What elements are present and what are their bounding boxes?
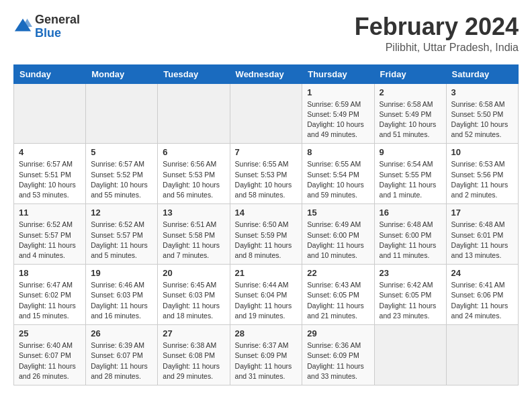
- calendar-cell: [158, 83, 230, 144]
- day-number: 16: [380, 208, 441, 218]
- day-detail: Sunrise: 6:46 AMSunset: 6:03 PMDaylight:…: [91, 280, 152, 321]
- calendar-cell: [86, 83, 158, 144]
- day-number: 11: [19, 208, 81, 218]
- logo: General Blue: [13, 13, 80, 40]
- week-row-1: 1Sunrise: 6:59 AMSunset: 5:49 PMDaylight…: [14, 83, 519, 144]
- calendar-cell: 28Sunrise: 6:37 AMSunset: 6:09 PMDayligh…: [230, 325, 302, 385]
- logo-text: General Blue: [35, 13, 80, 40]
- day-number: 4: [19, 147, 81, 157]
- calendar-cell: 8Sunrise: 6:55 AMSunset: 5:54 PMDaylight…: [302, 144, 374, 204]
- title-block: February 2024 Pilibhit, Uttar Pradesh, I…: [355, 13, 519, 54]
- day-number: 18: [19, 268, 81, 278]
- day-detail: Sunrise: 6:49 AMSunset: 6:00 PMDaylight:…: [307, 220, 369, 261]
- day-number: 20: [163, 268, 224, 278]
- day-detail: Sunrise: 6:48 AMSunset: 6:00 PMDaylight:…: [380, 220, 441, 261]
- calendar-cell: 13Sunrise: 6:51 AMSunset: 5:58 PMDayligh…: [158, 204, 230, 265]
- calendar-cell: 23Sunrise: 6:42 AMSunset: 6:05 PMDayligh…: [374, 265, 446, 325]
- day-number: 13: [163, 208, 224, 218]
- day-number: 17: [451, 208, 513, 218]
- header-day-friday: Friday: [374, 64, 446, 83]
- day-number: 27: [163, 328, 224, 338]
- calendar-cell: 21Sunrise: 6:44 AMSunset: 6:04 PMDayligh…: [230, 265, 302, 325]
- day-number: 29: [307, 328, 369, 338]
- location-subtitle: Pilibhit, Uttar Pradesh, India: [355, 42, 519, 54]
- day-number: 9: [380, 147, 441, 157]
- day-detail: Sunrise: 6:44 AMSunset: 6:04 PMDaylight:…: [235, 280, 298, 321]
- day-detail: Sunrise: 6:55 AMSunset: 5:54 PMDaylight:…: [307, 159, 369, 200]
- header-day-monday: Monday: [86, 64, 158, 83]
- day-detail: Sunrise: 6:43 AMSunset: 6:05 PMDaylight:…: [307, 280, 369, 321]
- day-number: 1: [307, 87, 369, 97]
- day-detail: Sunrise: 6:58 AMSunset: 5:50 PMDaylight:…: [451, 99, 513, 140]
- calendar-cell: 19Sunrise: 6:46 AMSunset: 6:03 PMDayligh…: [86, 265, 158, 325]
- calendar-cell: 27Sunrise: 6:38 AMSunset: 6:08 PMDayligh…: [158, 325, 230, 385]
- calendar-cell: 14Sunrise: 6:50 AMSunset: 5:59 PMDayligh…: [230, 204, 302, 265]
- calendar-cell: 4Sunrise: 6:57 AMSunset: 5:51 PMDaylight…: [14, 144, 86, 204]
- day-number: 7: [235, 147, 298, 157]
- day-number: 23: [380, 268, 441, 278]
- calendar-cell: 16Sunrise: 6:48 AMSunset: 6:00 PMDayligh…: [374, 204, 446, 265]
- day-number: 12: [91, 208, 152, 218]
- day-number: 8: [307, 147, 369, 157]
- calendar-cell: 29Sunrise: 6:36 AMSunset: 6:09 PMDayligh…: [302, 325, 374, 385]
- calendar-cell: 6Sunrise: 6:56 AMSunset: 5:53 PMDaylight…: [158, 144, 230, 204]
- day-detail: Sunrise: 6:39 AMSunset: 6:07 PMDaylight:…: [91, 340, 152, 381]
- day-detail: Sunrise: 6:40 AMSunset: 6:07 PMDaylight:…: [19, 340, 81, 381]
- day-number: 28: [235, 328, 298, 338]
- calendar-cell: [14, 83, 86, 144]
- week-row-2: 4Sunrise: 6:57 AMSunset: 5:51 PMDaylight…: [14, 144, 519, 204]
- calendar-header: SundayMondayTuesdayWednesdayThursdayFrid…: [14, 64, 519, 83]
- day-detail: Sunrise: 6:57 AMSunset: 5:51 PMDaylight:…: [19, 159, 81, 200]
- day-detail: Sunrise: 6:54 AMSunset: 5:55 PMDaylight:…: [380, 159, 441, 200]
- header-day-thursday: Thursday: [302, 64, 374, 83]
- calendar-cell: 25Sunrise: 6:40 AMSunset: 6:07 PMDayligh…: [14, 325, 86, 385]
- day-detail: Sunrise: 6:58 AMSunset: 5:49 PMDaylight:…: [380, 99, 441, 140]
- calendar-cell: 1Sunrise: 6:59 AMSunset: 5:49 PMDaylight…: [302, 83, 374, 144]
- calendar-cell: 2Sunrise: 6:58 AMSunset: 5:49 PMDaylight…: [374, 83, 446, 144]
- month-year-title: February 2024: [355, 13, 519, 40]
- page-header: General Blue February 2024 Pilibhit, Utt…: [13, 13, 519, 54]
- calendar-cell: 20Sunrise: 6:45 AMSunset: 6:03 PMDayligh…: [158, 265, 230, 325]
- calendar-cell: 7Sunrise: 6:55 AMSunset: 5:53 PMDaylight…: [230, 144, 302, 204]
- calendar-cell: 15Sunrise: 6:49 AMSunset: 6:00 PMDayligh…: [302, 204, 374, 265]
- calendar-cell: 12Sunrise: 6:52 AMSunset: 5:57 PMDayligh…: [86, 204, 158, 265]
- day-number: 21: [235, 268, 298, 278]
- day-detail: Sunrise: 6:52 AMSunset: 5:57 PMDaylight:…: [91, 220, 152, 261]
- calendar-cell: 11Sunrise: 6:52 AMSunset: 5:57 PMDayligh…: [14, 204, 86, 265]
- day-detail: Sunrise: 6:55 AMSunset: 5:53 PMDaylight:…: [235, 159, 298, 200]
- day-detail: Sunrise: 6:59 AMSunset: 5:49 PMDaylight:…: [307, 99, 369, 140]
- day-detail: Sunrise: 6:57 AMSunset: 5:52 PMDaylight:…: [91, 159, 152, 200]
- day-detail: Sunrise: 6:47 AMSunset: 6:02 PMDaylight:…: [19, 280, 81, 321]
- day-number: 26: [91, 328, 152, 338]
- calendar-cell: 3Sunrise: 6:58 AMSunset: 5:50 PMDaylight…: [446, 83, 518, 144]
- day-number: 6: [163, 147, 224, 157]
- day-detail: Sunrise: 6:48 AMSunset: 6:01 PMDaylight:…: [451, 220, 513, 261]
- day-detail: Sunrise: 6:37 AMSunset: 6:09 PMDaylight:…: [235, 340, 298, 381]
- day-number: 25: [19, 328, 81, 338]
- day-number: 15: [307, 208, 369, 218]
- day-detail: Sunrise: 6:41 AMSunset: 6:06 PMDaylight:…: [451, 280, 513, 321]
- calendar-cell: 24Sunrise: 6:41 AMSunset: 6:06 PMDayligh…: [446, 265, 518, 325]
- week-row-5: 25Sunrise: 6:40 AMSunset: 6:07 PMDayligh…: [14, 325, 519, 385]
- header-row: SundayMondayTuesdayWednesdayThursdayFrid…: [14, 64, 519, 83]
- day-number: 24: [451, 268, 513, 278]
- day-detail: Sunrise: 6:50 AMSunset: 5:59 PMDaylight:…: [235, 220, 298, 261]
- day-number: 14: [235, 208, 298, 218]
- day-number: 3: [451, 87, 513, 97]
- day-detail: Sunrise: 6:38 AMSunset: 6:08 PMDaylight:…: [163, 340, 224, 381]
- day-number: 10: [451, 147, 513, 157]
- calendar-cell: 18Sunrise: 6:47 AMSunset: 6:02 PMDayligh…: [14, 265, 86, 325]
- day-number: 19: [91, 268, 152, 278]
- calendar-table: SundayMondayTuesdayWednesdayThursdayFrid…: [13, 64, 519, 385]
- calendar-cell: [230, 83, 302, 144]
- calendar-cell: [446, 325, 518, 385]
- calendar-cell: 26Sunrise: 6:39 AMSunset: 6:07 PMDayligh…: [86, 325, 158, 385]
- week-row-3: 11Sunrise: 6:52 AMSunset: 5:57 PMDayligh…: [14, 204, 519, 265]
- week-row-4: 18Sunrise: 6:47 AMSunset: 6:02 PMDayligh…: [14, 265, 519, 325]
- logo-general-text: General: [35, 13, 80, 27]
- calendar-cell: 9Sunrise: 6:54 AMSunset: 5:55 PMDaylight…: [374, 144, 446, 204]
- header-day-saturday: Saturday: [446, 64, 518, 83]
- calendar-cell: 5Sunrise: 6:57 AMSunset: 5:52 PMDaylight…: [86, 144, 158, 204]
- calendar-cell: [374, 325, 446, 385]
- calendar-cell: 22Sunrise: 6:43 AMSunset: 6:05 PMDayligh…: [302, 265, 374, 325]
